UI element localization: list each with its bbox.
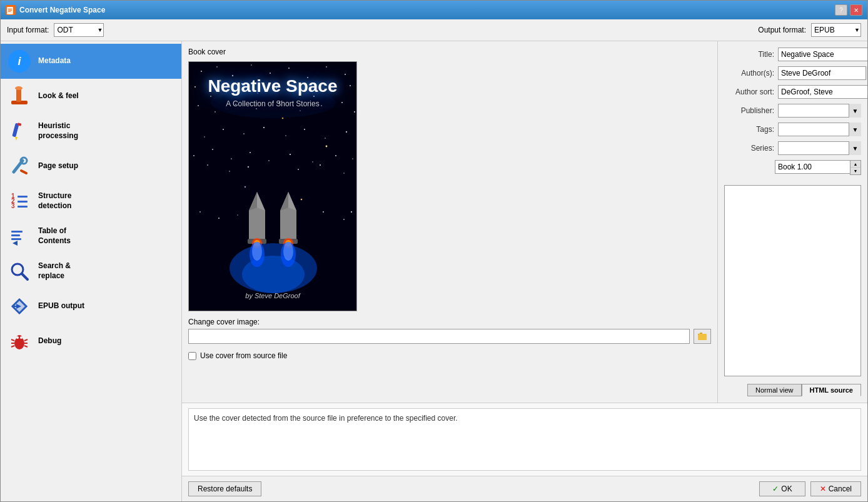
cover-title-text: Negative Space xyxy=(189,76,356,97)
svg-point-89 xyxy=(298,169,299,170)
sidebar-item-toc[interactable]: Table ofContents xyxy=(1,219,181,254)
use-cover-row: Use cover from source file xyxy=(188,351,711,360)
title-input[interactable] xyxy=(778,48,867,61)
svg-point-41 xyxy=(201,71,202,72)
list-icon: 1 2 3 xyxy=(9,191,30,212)
ok-icon: ✓ xyxy=(772,484,779,493)
app-icon xyxy=(6,5,16,15)
pencil-icon xyxy=(9,121,30,142)
publisher-select[interactable] xyxy=(778,104,861,118)
svg-point-91 xyxy=(343,173,345,174)
close-button[interactable]: ✕ xyxy=(850,4,862,16)
epub-icon xyxy=(9,296,30,317)
right-panel: Book cover xyxy=(182,41,867,501)
publisher-row: Publisher: ▼ xyxy=(724,104,861,118)
author-sort-row: Author sort: xyxy=(724,85,861,99)
sidebar-item-structure-label: Structuredetection xyxy=(38,191,71,211)
svg-point-120 xyxy=(252,242,262,261)
action-buttons: ✓ OK ✕ Cancel xyxy=(759,481,861,496)
series-number-spinners: ▲ ▼ xyxy=(850,160,861,175)
svg-point-49 xyxy=(345,74,346,75)
sidebar-item-heuristic-label: Heuristicprocessing xyxy=(38,121,78,141)
svg-point-8 xyxy=(15,86,23,90)
wrench-icon xyxy=(9,156,30,177)
svg-point-78 xyxy=(212,149,213,150)
sidebar-item-structure[interactable]: 1 2 3 Structuredetection xyxy=(1,184,181,219)
help-button[interactable]: ? xyxy=(835,4,847,16)
help-text: Use the cover detected from the source f… xyxy=(188,408,861,471)
series-row: Series: ▼ xyxy=(724,141,861,155)
sidebar-item-look-feel[interactable]: Look & feel xyxy=(1,79,181,114)
cover-background: Negative Space A Collection of Short Sto… xyxy=(189,62,356,311)
sidebar-item-page-setup[interactable]: Page setup xyxy=(1,149,181,184)
cancel-button[interactable]: ✕ Cancel xyxy=(810,481,861,496)
tags-row: Tags: ▼ xyxy=(724,123,861,136)
svg-point-45 xyxy=(270,73,271,74)
sidebar-item-toc-label: Table ofContents xyxy=(38,226,71,246)
debug-icon-wrap xyxy=(7,329,32,354)
folder-icon xyxy=(697,331,707,341)
authors-input[interactable] xyxy=(778,66,867,80)
svg-rect-19 xyxy=(18,201,28,203)
series-number-up[interactable]: ▲ xyxy=(850,161,860,168)
main-window: Convert Negative Space ? ✕ Input format:… xyxy=(0,0,868,502)
sidebar-item-epub-output-label: EPUB output xyxy=(38,301,84,311)
svg-point-96 xyxy=(343,219,345,220)
series-label: Series: xyxy=(724,144,774,153)
metadata-icon-wrap: i xyxy=(7,49,32,74)
output-format-select[interactable]: EPUB MOBI PDF AZW3 xyxy=(811,23,861,37)
restore-defaults-button[interactable]: Restore defaults xyxy=(188,481,261,496)
normal-view-tab[interactable]: Normal view xyxy=(747,384,802,396)
series-select[interactable] xyxy=(778,141,861,155)
cancel-label: Cancel xyxy=(829,484,852,493)
look-feel-icon-wrap xyxy=(7,84,32,109)
sidebar-item-page-setup-label: Page setup xyxy=(38,161,78,171)
svg-point-48 xyxy=(326,66,327,68)
sidebar-item-search-replace[interactable]: Search &replace xyxy=(1,254,181,289)
svg-point-61 xyxy=(214,111,216,113)
heuristic-icon-wrap xyxy=(7,119,32,144)
html-source-tab[interactable]: HTML source xyxy=(802,384,861,396)
svg-point-72 xyxy=(263,127,265,128)
action-bar: Restore defaults ✓ OK ✕ Cancel xyxy=(182,476,867,501)
sidebar-item-epub-output[interactable]: EPUB output xyxy=(1,289,181,324)
input-format-select[interactable]: ODT DOCX HTML PDF xyxy=(54,23,104,37)
author-sort-input[interactable] xyxy=(778,85,867,99)
sidebar-item-heuristic[interactable]: Heuristicprocessing xyxy=(1,114,181,149)
svg-point-87 xyxy=(229,171,230,172)
sidebar-item-metadata-label: Metadata xyxy=(38,56,71,66)
svg-point-46 xyxy=(288,68,290,69)
svg-line-36 xyxy=(11,346,14,347)
svg-line-34 xyxy=(11,339,14,341)
title-bar-controls: ? ✕ xyxy=(835,4,862,16)
svg-rect-7 xyxy=(16,88,21,102)
input-format-label: Input format: xyxy=(7,26,49,34)
svg-rect-21 xyxy=(11,231,23,233)
sidebar-item-look-feel-label: Look & feel xyxy=(38,91,79,101)
svg-rect-1 xyxy=(8,9,12,9)
cover-title: Negative Space A Collection of Short Sto… xyxy=(189,76,356,108)
toolbar: Input format: ODT DOCX HTML PDF ▼ Output… xyxy=(1,19,867,41)
series-number-down[interactable]: ▼ xyxy=(850,168,860,174)
title-row: Title: xyxy=(724,48,861,61)
svg-line-37 xyxy=(24,339,28,341)
svg-point-93 xyxy=(218,218,220,219)
svg-rect-22 xyxy=(11,234,20,236)
svg-point-95 xyxy=(323,211,324,213)
svg-rect-3 xyxy=(8,11,11,12)
tags-select[interactable] xyxy=(778,123,861,136)
author-sort-label: Author sort: xyxy=(724,88,774,96)
sidebar-item-debug[interactable]: Debug xyxy=(1,324,181,359)
use-cover-checkbox[interactable] xyxy=(188,352,196,360)
sidebar-item-metadata[interactable]: i Metadata xyxy=(1,44,181,79)
series-number-input[interactable] xyxy=(775,160,850,174)
tags-select-wrap: ▼ xyxy=(778,123,861,136)
svg-point-121 xyxy=(283,242,293,261)
bottom-section: Use the cover detected from the source f… xyxy=(182,403,867,476)
browse-button[interactable] xyxy=(694,329,711,344)
change-cover-input[interactable] xyxy=(188,329,690,344)
change-cover-label: Change cover image: xyxy=(188,318,711,326)
book-cover-label: Book cover xyxy=(188,48,711,56)
toc-icon-wrap xyxy=(7,224,32,249)
ok-button[interactable]: ✓ OK xyxy=(759,481,805,496)
